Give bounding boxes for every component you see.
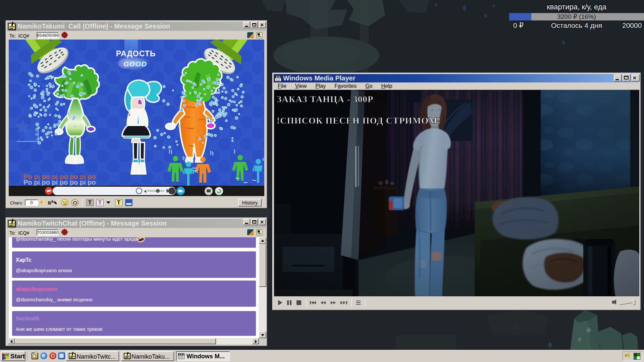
svg-text:!СПИСОК ПЕСЕН ПОД СТРИМОМ!: !СПИСОК ПЕСЕН ПОД СТРИМОМ! xyxy=(277,116,441,126)
svg-text:РАДОСТЬ: РАДОСТЬ xyxy=(116,49,156,58)
svg-text:ЗАКАЗ ТАНЦА - 300Р: ЗАКАЗ ТАНЦА - 300Р xyxy=(277,94,373,104)
svg-text:Po pi po pi po po pi po: Po pi po pi po po pi po xyxy=(23,179,96,186)
svg-text:GOOD: GOOD xyxy=(123,60,147,68)
